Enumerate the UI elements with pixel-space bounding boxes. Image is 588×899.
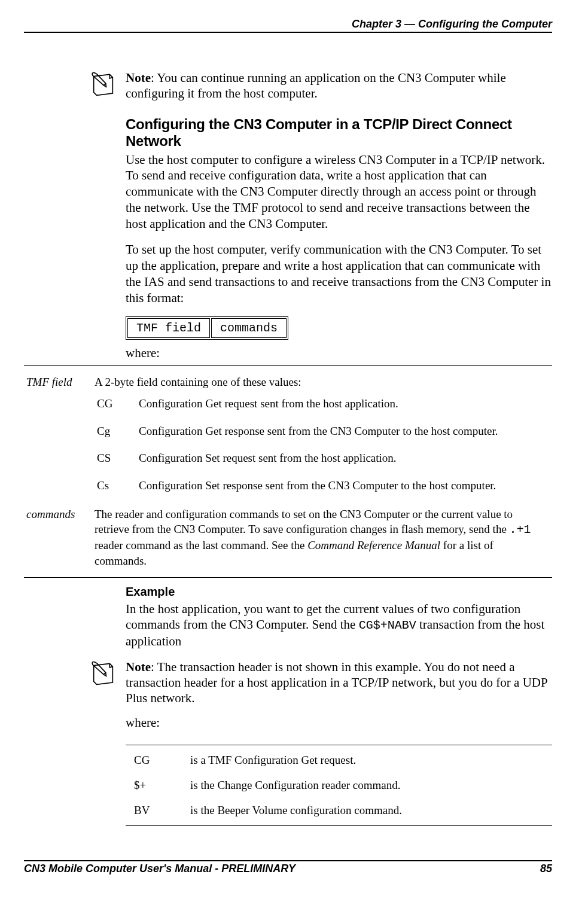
sub-desc: Configuration Set request sent from the … (136, 444, 504, 472)
footer-title: CN3 Mobile Computer User's Manual - PREL… (24, 863, 295, 875)
tmf-format-box: TMF field commands (126, 316, 288, 340)
def-text: reader command as the last command. See … (95, 539, 307, 551)
def-code: .+1 (510, 523, 531, 537)
page-number: 85 (540, 863, 552, 875)
example-paragraph: In the host application, you want to get… (126, 601, 552, 650)
sub-desc: Configuration Set response sent from the… (136, 472, 504, 499)
note-block-2: Note: The transaction header is not show… (90, 659, 552, 730)
def-desc-commands: The reader and configuration commands to… (92, 503, 552, 572)
page-footer: CN3 Mobile Computer User's Manual - PREL… (24, 860, 552, 875)
note-text-1: Note: You can continue running an applic… (126, 70, 552, 102)
def-em: Command Reference Manual (307, 539, 440, 551)
def-term-tmf: TMF field (24, 371, 92, 502)
tmf-commands-cell: commands (211, 318, 287, 338)
note-label: Note (126, 660, 151, 674)
tmf-field-cell: TMF field (127, 318, 210, 338)
example-code: CG$+NABV (359, 618, 416, 632)
where-code: BV (126, 798, 182, 823)
page-header: Chapter 3 — Configuring the Computer (24, 18, 552, 33)
sub-desc: Configuration Get request sent from the … (136, 390, 504, 417)
note-label: Note (126, 71, 151, 85)
table-row: $+is the Change Configuration reader com… (126, 773, 552, 798)
where-code: CG (126, 748, 182, 773)
table-row: BVis the Beeper Volume configuration com… (126, 798, 552, 823)
def-desc-tmf: A 2-byte field containing one of these v… (95, 374, 546, 390)
section-title: Configuring the CN3 Computer in a TCP/IP… (126, 116, 552, 150)
where-code: $+ (126, 773, 182, 798)
sub-desc: Configuration Get response sent from the… (136, 417, 504, 445)
table-row: CGConfiguration Get request sent from th… (95, 390, 504, 417)
paragraph-1: Use the host computer to configure a wir… (126, 152, 552, 232)
note-icon (90, 660, 120, 687)
tmf-values-table: CGConfiguration Get request sent from th… (95, 390, 504, 499)
def-text: The reader and configuration commands to… (95, 508, 513, 536)
sub-code: CG (95, 390, 136, 417)
sub-code: Cg (95, 417, 136, 445)
example-heading: Example (126, 585, 552, 599)
table-row: CGis a TMF Configuration Get request. (126, 748, 552, 773)
def-term-commands: commands (24, 503, 92, 572)
note-body-1: : You can continue running an applicatio… (126, 71, 506, 100)
table-row: CgConfiguration Get response sent from t… (95, 417, 504, 445)
where-desc: is the Change Configuration reader comma… (182, 773, 552, 798)
sub-code: Cs (95, 472, 136, 499)
note-icon (90, 71, 120, 97)
sub-code: CS (95, 444, 136, 472)
paragraph-2: To set up the host computer, verify comm… (126, 242, 552, 306)
definitions-table: TMF field A 2-byte field containing one … (24, 365, 552, 577)
where-desc: is the Beeper Volume configuration comma… (182, 798, 552, 823)
table-row: CsConfiguration Set response sent from t… (95, 472, 504, 499)
note-body-2: : The transaction header is not shown in… (126, 660, 547, 706)
note-text-2: Note: The transaction header is not show… (126, 659, 552, 730)
note-block-1: Note: You can continue running an applic… (90, 70, 552, 102)
where-label-2: where: (126, 715, 552, 730)
where-desc: is a TMF Configuration Get request. (182, 748, 552, 773)
where-label-1: where: (126, 346, 552, 361)
table-row: CSConfiguration Set request sent from th… (95, 444, 504, 472)
where-definitions-table: CGis a TMF Configuration Get request. $+… (126, 745, 552, 826)
